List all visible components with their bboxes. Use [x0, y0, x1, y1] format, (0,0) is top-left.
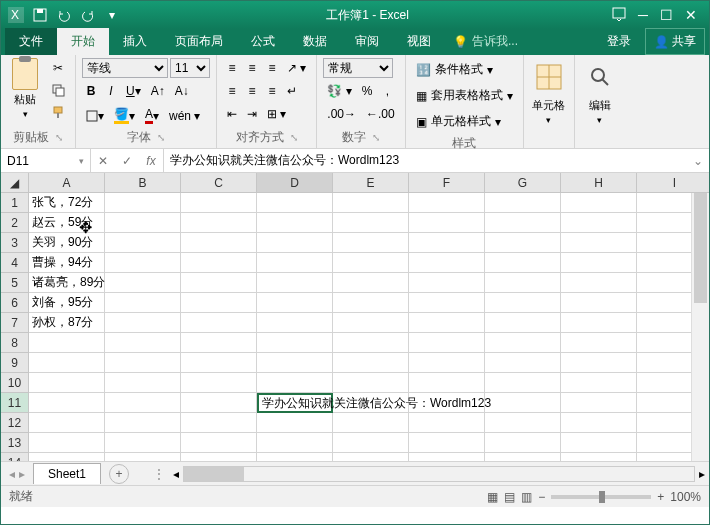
cell-D7[interactable]: [257, 313, 333, 333]
increase-decimal-icon[interactable]: .00→: [323, 104, 360, 124]
cell-H13[interactable]: [561, 433, 637, 453]
col-header-H[interactable]: H: [561, 173, 637, 193]
col-header-D[interactable]: D: [257, 173, 333, 193]
cell-G10[interactable]: [485, 373, 561, 393]
col-header-C[interactable]: C: [181, 173, 257, 193]
cell-A4[interactable]: 曹操，94分: [29, 253, 105, 273]
row-header-6[interactable]: 6: [1, 293, 29, 313]
save-icon[interactable]: [29, 4, 51, 26]
bold-button[interactable]: B: [82, 81, 100, 101]
minimize-icon[interactable]: ─: [638, 7, 648, 23]
cell-B14[interactable]: [105, 453, 181, 461]
row-header-8[interactable]: 8: [1, 333, 29, 353]
zoom-in-icon[interactable]: +: [657, 490, 664, 504]
cell-B11[interactable]: [105, 393, 181, 413]
formula-input[interactable]: 学办公知识就关注微信公众号：Wordlm123: [164, 152, 687, 169]
cell-G6[interactable]: [485, 293, 561, 313]
cell-C9[interactable]: [181, 353, 257, 373]
row-header-7[interactable]: 7: [1, 313, 29, 333]
cell-D6[interactable]: [257, 293, 333, 313]
cell-F7[interactable]: [409, 313, 485, 333]
cell-A5[interactable]: 诸葛亮，89分: [29, 273, 105, 293]
cell-E10[interactable]: [333, 373, 409, 393]
paste-dropdown-icon[interactable]: ▾: [23, 109, 28, 119]
cell-G9[interactable]: [485, 353, 561, 373]
cell-A7[interactable]: 孙权，87分: [29, 313, 105, 333]
cell-D12[interactable]: [257, 413, 333, 433]
cell-F1[interactable]: [409, 193, 485, 213]
cell-H5[interactable]: [561, 273, 637, 293]
cell-E7[interactable]: [333, 313, 409, 333]
row-header-3[interactable]: 3: [1, 233, 29, 253]
cancel-formula-icon[interactable]: ✕: [91, 149, 115, 172]
sheet-tab-1[interactable]: Sheet1: [33, 463, 101, 484]
cell-F9[interactable]: [409, 353, 485, 373]
cell-A2[interactable]: 赵云，59分: [29, 213, 105, 233]
zoom-slider[interactable]: [551, 495, 651, 499]
cell-B2[interactable]: [105, 213, 181, 233]
cell-D1[interactable]: [257, 193, 333, 213]
cell-E13[interactable]: [333, 433, 409, 453]
cell-C4[interactable]: [181, 253, 257, 273]
close-icon[interactable]: ✕: [685, 7, 697, 23]
cell-C13[interactable]: [181, 433, 257, 453]
font-color-icon[interactable]: A ▾: [141, 104, 163, 127]
merge-icon[interactable]: ⊞ ▾: [263, 104, 290, 124]
cell-G7[interactable]: [485, 313, 561, 333]
cell-E8[interactable]: [333, 333, 409, 353]
cell-C5[interactable]: [181, 273, 257, 293]
cell-G8[interactable]: [485, 333, 561, 353]
percent-icon[interactable]: %: [358, 81, 377, 101]
tab-review[interactable]: 审阅: [341, 28, 393, 55]
cell-H1[interactable]: [561, 193, 637, 213]
cell-G12[interactable]: [485, 413, 561, 433]
hscroll-right-icon[interactable]: ▸: [695, 467, 709, 481]
format-table-button[interactable]: ▦套用表格格式 ▾: [412, 84, 517, 107]
cell-B13[interactable]: [105, 433, 181, 453]
row-header-4[interactable]: 4: [1, 253, 29, 273]
tab-home[interactable]: 开始: [57, 28, 109, 55]
login-button[interactable]: 登录: [593, 28, 645, 55]
tab-data[interactable]: 数据: [289, 28, 341, 55]
orientation-icon[interactable]: ↗ ▾: [283, 58, 310, 78]
formula-expand-icon[interactable]: ⌄: [687, 154, 709, 168]
col-header-F[interactable]: F: [409, 173, 485, 193]
redo-icon[interactable]: [77, 4, 99, 26]
cell-A10[interactable]: [29, 373, 105, 393]
fx-icon[interactable]: fx: [139, 149, 163, 172]
cell-F2[interactable]: [409, 213, 485, 233]
undo-icon[interactable]: [53, 4, 75, 26]
align-right-icon[interactable]: ≡: [263, 81, 281, 101]
cell-F12[interactable]: [409, 413, 485, 433]
cell-B4[interactable]: [105, 253, 181, 273]
tab-view[interactable]: 视图: [393, 28, 445, 55]
cell-F8[interactable]: [409, 333, 485, 353]
vertical-scrollbar[interactable]: [691, 193, 709, 461]
cell-C6[interactable]: [181, 293, 257, 313]
cell-H10[interactable]: [561, 373, 637, 393]
cell-F4[interactable]: [409, 253, 485, 273]
cell-A9[interactable]: [29, 353, 105, 373]
row-header-13[interactable]: 13: [1, 433, 29, 453]
col-header-E[interactable]: E: [333, 173, 409, 193]
cut-icon[interactable]: ✂: [49, 58, 67, 78]
sheet-nav-first-icon[interactable]: ◂: [9, 467, 15, 481]
font-size-select[interactable]: 11: [170, 58, 210, 78]
row-header-10[interactable]: 10: [1, 373, 29, 393]
cell-G2[interactable]: [485, 213, 561, 233]
font-name-select[interactable]: 等线: [82, 58, 168, 78]
cell-H6[interactable]: [561, 293, 637, 313]
cell-E9[interactable]: [333, 353, 409, 373]
edit-icon[interactable]: [581, 58, 619, 96]
italic-button[interactable]: I: [102, 81, 120, 101]
border-icon[interactable]: ▾: [82, 106, 108, 126]
name-box[interactable]: D11▾: [1, 149, 91, 172]
cell-C2[interactable]: [181, 213, 257, 233]
copy-icon[interactable]: [47, 80, 69, 100]
cell-C7[interactable]: [181, 313, 257, 333]
underline-button[interactable]: U ▾: [122, 81, 145, 101]
cell-G4[interactable]: [485, 253, 561, 273]
align-left-icon[interactable]: ≡: [223, 81, 241, 101]
cell-B9[interactable]: [105, 353, 181, 373]
cell-G5[interactable]: [485, 273, 561, 293]
